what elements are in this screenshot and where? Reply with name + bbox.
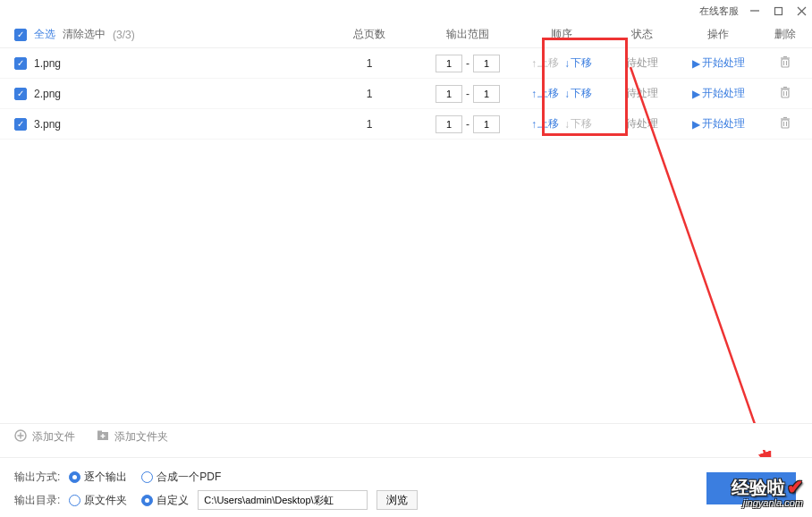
- play-icon: ▶: [692, 88, 700, 100]
- add-folder-button[interactable]: 添加文件夹: [97, 429, 168, 445]
- minimize-button[interactable]: [748, 4, 762, 18]
- svg-rect-4: [782, 59, 789, 67]
- delete-button[interactable]: [779, 116, 791, 129]
- file-name: 1.png: [34, 57, 61, 70]
- col-pages: 总页数: [320, 27, 419, 42]
- mode-merge-radio[interactable]: 合成一个PDF: [141, 470, 221, 485]
- delete-button[interactable]: [779, 86, 791, 98]
- range-cell: -: [419, 115, 517, 133]
- folder-plus-icon: [97, 429, 109, 445]
- table-row: 1.png1-上移下移待处理▶开始处理: [0, 48, 812, 79]
- mode-each-label: 逐个输出: [84, 470, 127, 485]
- radio-unchecked-icon: [69, 495, 80, 506]
- move-up-button[interactable]: 上移: [531, 116, 559, 131]
- arrow-down-icon: [564, 57, 570, 70]
- status-value: 待处理: [606, 86, 678, 101]
- order-cell: 上移下移: [517, 55, 606, 71]
- col-del: 删除: [758, 27, 812, 42]
- file-name: 2.png: [34, 88, 61, 100]
- add-folder-label: 添加文件夹: [114, 429, 168, 445]
- col-range: 输出范围: [419, 27, 517, 42]
- row-checkbox[interactable]: [14, 118, 27, 131]
- output-dir-label: 输出目录:: [14, 493, 60, 508]
- range-to-input[interactable]: [473, 115, 500, 133]
- start-button[interactable]: ▶开始处理: [692, 116, 745, 131]
- delete-button[interactable]: [779, 55, 791, 68]
- browse-button[interactable]: 浏览: [376, 490, 418, 510]
- primary-action-button[interactable]: [706, 472, 796, 504]
- svg-rect-14: [782, 120, 789, 128]
- clear-selection-label[interactable]: 清除选中: [63, 27, 106, 42]
- col-op: 操作: [678, 27, 758, 42]
- add-file-label: 添加文件: [32, 429, 75, 445]
- range-to-input[interactable]: [473, 85, 500, 103]
- del-cell: [758, 86, 812, 101]
- status-value: 待处理: [606, 55, 678, 71]
- col-status: 状态: [606, 27, 678, 42]
- del-cell: [758, 116, 812, 131]
- mode-merge-label: 合成一个PDF: [156, 470, 221, 485]
- svg-rect-9: [782, 89, 789, 97]
- op-cell: ▶开始处理: [678, 55, 758, 71]
- range-to-input[interactable]: [473, 55, 500, 72]
- row-checkbox[interactable]: [14, 57, 27, 70]
- move-up-button[interactable]: 上移: [531, 86, 559, 101]
- file-list: 1.png1-上移下移待处理▶开始处理2.png1-上移下移待处理▶开始处理3.…: [0, 48, 812, 140]
- op-cell: ▶开始处理: [678, 86, 758, 101]
- pages-value: 1: [320, 118, 419, 131]
- start-button[interactable]: ▶开始处理: [692, 55, 745, 71]
- svg-rect-24: [97, 431, 102, 434]
- online-service-link[interactable]: 在线客服: [699, 4, 739, 18]
- arrow-up-icon: [531, 57, 537, 70]
- dir-custom-radio[interactable]: 自定义: [141, 493, 189, 508]
- plus-circle-icon: [14, 429, 27, 445]
- radio-checked-icon: [69, 471, 80, 483]
- table-row: 3.png1-上移下移待处理▶开始处理: [0, 109, 812, 140]
- add-bar: 添加文件 添加文件夹: [0, 423, 812, 450]
- play-icon: ▶: [692, 118, 700, 131]
- svg-rect-1: [774, 7, 782, 14]
- dir-custom-label: 自定义: [156, 493, 189, 508]
- range-cell: -: [419, 85, 517, 103]
- play-icon: ▶: [692, 57, 700, 70]
- dir-original-radio[interactable]: 原文件夹: [69, 493, 127, 508]
- pages-value: 1: [320, 57, 419, 70]
- row-checkbox[interactable]: [14, 88, 27, 100]
- add-file-button[interactable]: 添加文件: [14, 429, 75, 445]
- move-down-button[interactable]: 下移: [564, 55, 592, 71]
- file-name: 3.png: [34, 118, 61, 131]
- arrow-up-icon: [531, 88, 537, 100]
- output-mode-group: 逐个输出 合成一个PDF: [69, 470, 221, 485]
- pages-value: 1: [320, 88, 419, 100]
- op-cell: ▶开始处理: [678, 116, 758, 131]
- mode-each-radio[interactable]: 逐个输出: [69, 470, 127, 485]
- start-button[interactable]: ▶开始处理: [692, 86, 745, 101]
- maximize-button[interactable]: [771, 4, 785, 18]
- table-header: 全选 清除选中 (3/3) 总页数 输出范围 顺序 状态 操作 删除: [0, 21, 812, 48]
- move-up-button: 上移: [531, 55, 559, 71]
- radio-checked-icon: [141, 495, 153, 506]
- arrow-up-icon: [531, 118, 537, 131]
- move-down-button[interactable]: 下移: [564, 86, 592, 101]
- move-down-button: 下移: [564, 116, 592, 131]
- del-cell: [758, 55, 812, 71]
- selection-count: (3/3): [113, 29, 135, 41]
- path-input[interactable]: [198, 490, 368, 510]
- col-order: 顺序: [517, 27, 606, 42]
- arrow-down-icon: [564, 118, 570, 131]
- range-from-input[interactable]: [436, 55, 462, 72]
- select-all-label[interactable]: 全选: [34, 27, 55, 42]
- range-from-input[interactable]: [436, 115, 462, 133]
- status-value: 待处理: [606, 116, 678, 131]
- arrow-down-icon: [564, 88, 570, 100]
- range-cell: -: [419, 55, 517, 72]
- order-cell: 上移下移: [517, 86, 606, 101]
- order-cell: 上移下移: [517, 116, 606, 131]
- dir-original-label: 原文件夹: [84, 493, 127, 508]
- settings-panel: 输出方式: 逐个输出 合成一个PDF 输出目录: 原文件夹 自定义 浏览: [0, 457, 812, 517]
- titlebar: 在线客服: [0, 0, 812, 21]
- output-dir-group: 原文件夹 自定义: [69, 493, 189, 508]
- range-from-input[interactable]: [436, 85, 462, 103]
- close-button[interactable]: [794, 4, 808, 18]
- select-all-checkbox[interactable]: [14, 29, 27, 41]
